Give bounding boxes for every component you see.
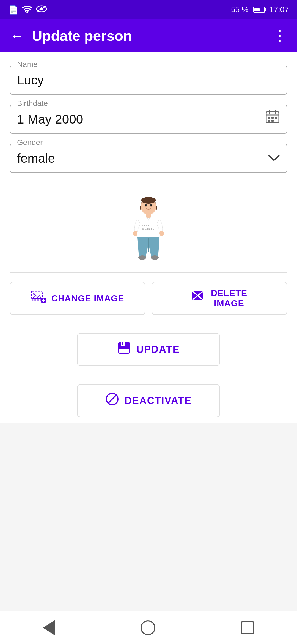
delete-image-button[interactable]: DELETE IMAGE <box>152 282 287 315</box>
birthdate-input[interactable]: 1 May 2000 <box>17 110 83 128</box>
svg-point-25 <box>160 231 164 236</box>
svg-point-30 <box>34 293 35 295</box>
image-section: you can do anything <box>10 187 287 269</box>
svg-point-24 <box>133 231 138 236</box>
nav-back-button[interactable] <box>43 620 55 635</box>
svg-rect-21 <box>146 214 151 218</box>
image-buttons-row: CHANGE IMAGE DELETE IMAGE <box>10 276 287 320</box>
birthdate-label: Birthdate <box>15 99 50 108</box>
svg-point-20 <box>151 205 152 206</box>
update-section: UPDATE <box>10 328 287 372</box>
deactivate-section: DEACTIVATE <box>10 379 287 423</box>
update-button[interactable]: UPDATE <box>77 333 220 366</box>
clock: 17:07 <box>270 5 289 14</box>
status-icons: 📄 <box>8 5 47 15</box>
gender-field[interactable]: Gender female <box>10 144 287 173</box>
sim-icon: 📄 <box>8 5 18 15</box>
gender-select[interactable]: female <box>17 149 55 167</box>
name-input[interactable]: Lucy <box>17 70 280 89</box>
page-title: Update person <box>32 28 132 44</box>
deactivate-label: DEACTIVATE <box>125 395 192 406</box>
form-content: Name Lucy Birthdate 1 May 2000 <box>0 52 297 423</box>
deactivate-icon <box>105 392 119 409</box>
birthdate-field[interactable]: Birthdate 1 May 2000 <box>10 105 287 134</box>
delete-image-label: DELETE IMAGE <box>211 288 247 309</box>
battery-percent: 55 % <box>231 5 249 14</box>
name-label: Name <box>15 60 40 69</box>
svg-point-0 <box>26 11 28 13</box>
svg-rect-11 <box>268 120 270 122</box>
calendar-icon[interactable] <box>265 110 280 128</box>
svg-point-28 <box>151 255 159 260</box>
back-triangle-icon <box>43 620 55 635</box>
name-field[interactable]: Name Lucy <box>10 66 287 95</box>
divider-1 <box>10 183 287 183</box>
svg-rect-9 <box>271 117 274 119</box>
svg-rect-10 <box>275 117 277 119</box>
svg-text:you can: you can <box>142 224 150 227</box>
recents-square-icon <box>241 621 254 634</box>
deactivate-button[interactable]: DEACTIVATE <box>77 384 220 417</box>
change-image-icon <box>31 291 46 306</box>
bottom-nav <box>0 611 297 644</box>
change-image-button[interactable]: CHANGE IMAGE <box>10 282 145 315</box>
svg-point-27 <box>138 255 146 260</box>
chevron-down-icon <box>268 151 280 165</box>
nav-home-button[interactable] <box>141 620 155 635</box>
eye-icon <box>36 5 47 14</box>
gender-label: Gender <box>15 138 45 147</box>
svg-rect-41 <box>119 349 129 353</box>
change-image-label: CHANGE IMAGE <box>51 293 124 304</box>
wifi-icon <box>22 5 32 15</box>
svg-point-14 <box>141 197 156 204</box>
battery-icon <box>253 7 265 13</box>
update-label: UPDATE <box>136 344 180 355</box>
status-bar: 📄 55 % 17:07 <box>0 0 297 19</box>
divider-4 <box>10 375 287 375</box>
svg-line-3 <box>37 6 46 11</box>
svg-text:do anything: do anything <box>142 227 155 230</box>
divider-2 <box>10 272 287 273</box>
nav-recents-button[interactable] <box>241 621 254 634</box>
svg-rect-12 <box>271 120 274 122</box>
svg-rect-40 <box>122 342 123 345</box>
person-image: you can do anything <box>121 197 176 263</box>
svg-line-43 <box>108 395 116 403</box>
more-menu-button[interactable]: ⋮ <box>272 28 287 44</box>
save-icon <box>117 341 131 358</box>
home-circle-icon <box>141 620 155 635</box>
status-right: 55 % 17:07 <box>231 5 289 14</box>
delete-image-icon <box>192 291 206 306</box>
svg-point-19 <box>145 205 146 206</box>
svg-rect-8 <box>268 117 270 119</box>
back-button[interactable]: ← <box>10 29 24 43</box>
app-bar: ← Update person ⋮ <box>0 19 297 52</box>
divider-3 <box>10 324 287 324</box>
